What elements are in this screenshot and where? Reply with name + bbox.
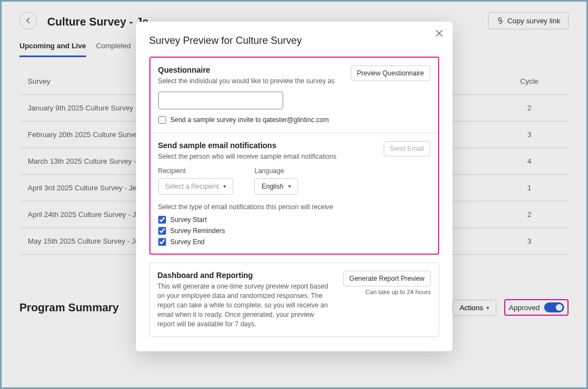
survey-start-checkbox[interactable] — [158, 216, 166, 224]
chevron-down-icon: ▾ — [288, 183, 291, 189]
survey-reminders-checkbox[interactable] — [158, 227, 166, 235]
recipient-label: Recipient — [158, 167, 234, 175]
close-icon — [436, 30, 443, 37]
section-dashboard: Dashboard and Reporting This will genera… — [149, 262, 439, 337]
generate-report-hint: Can take up to 24 hours — [343, 289, 430, 295]
preview-as-input[interactable] — [158, 92, 283, 109]
sample-invite-label: Send a sample survey invite to qatester@… — [170, 116, 329, 124]
recipient-placeholder: Select a Recipient — [165, 183, 219, 190]
sample-invite-checkbox[interactable] — [158, 116, 166, 124]
language-value: English — [262, 183, 283, 190]
dashboard-desc: This will generate a one-time survey pre… — [158, 282, 330, 329]
questionnaire-title: Questionnaire — [158, 65, 335, 74]
email-title: Send sample email notifications — [158, 141, 337, 150]
language-dropdown[interactable]: English ▾ — [254, 178, 298, 195]
preview-questionnaire-button[interactable]: Preview Questionnaire — [351, 65, 430, 81]
app-window: Culture Survey - Je Copy survey link Upc… — [0, 0, 588, 389]
dashboard-title: Dashboard and Reporting — [158, 271, 330, 280]
questionnaire-desc: Select the individual you would like to … — [158, 77, 335, 86]
email-desc: Select the person who will receive sampl… — [158, 152, 337, 161]
survey-end-label: Survey End — [170, 238, 205, 246]
notification-type-desc: Select the type of email notifications t… — [158, 203, 430, 212]
generate-report-button[interactable]: Generate Report Preview — [343, 271, 430, 286]
send-email-button[interactable]: Send Email — [384, 141, 430, 156]
survey-preview-modal: Survey Preview for Culture Survey Questi… — [136, 22, 453, 351]
section-questionnaire: Questionnaire Select the individual you … — [149, 57, 439, 255]
survey-end-checkbox[interactable] — [158, 238, 166, 246]
recipient-dropdown[interactable]: Select a Recipient ▾ — [158, 178, 234, 195]
survey-reminders-label: Survey Reminders — [170, 227, 225, 235]
modal-title: Survey Preview for Culture Survey — [149, 35, 439, 47]
language-label: Language — [254, 167, 298, 175]
close-button[interactable] — [436, 29, 443, 38]
survey-start-label: Survey Start — [170, 216, 207, 224]
chevron-down-icon: ▾ — [223, 183, 226, 189]
